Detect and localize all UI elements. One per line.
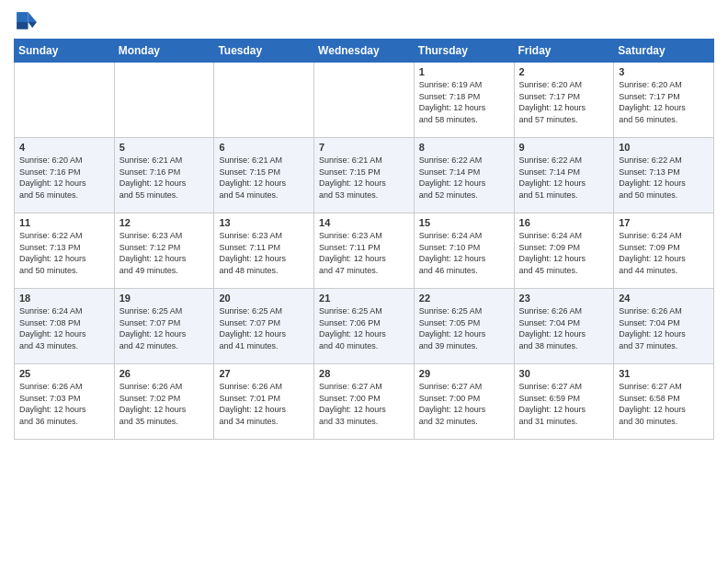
day-info: Sunrise: 6:26 AM Sunset: 7:03 PM Dayligh… — [19, 381, 109, 427]
week-row-3: 11Sunrise: 6:22 AM Sunset: 7:13 PM Dayli… — [15, 213, 714, 289]
week-row-2: 4Sunrise: 6:20 AM Sunset: 7:16 PM Daylig… — [15, 138, 714, 213]
day-number: 12 — [119, 217, 210, 228]
day-info: Sunrise: 6:24 AM Sunset: 7:08 PM Dayligh… — [19, 305, 109, 351]
calendar-cell: 20Sunrise: 6:25 AM Sunset: 7:07 PM Dayli… — [214, 289, 314, 364]
day-info: Sunrise: 6:27 AM Sunset: 7:00 PM Dayligh… — [319, 381, 409, 427]
day-number: 1 — [419, 66, 509, 77]
calendar-cell — [314, 63, 415, 138]
calendar-cell: 26Sunrise: 6:26 AM Sunset: 7:02 PM Dayli… — [114, 364, 214, 440]
day-info: Sunrise: 6:22 AM Sunset: 7:14 PM Dayligh… — [419, 155, 509, 201]
day-header-sunday: Sunday — [15, 40, 115, 63]
calendar-cell: 4Sunrise: 6:20 AM Sunset: 7:16 PM Daylig… — [15, 138, 115, 213]
day-info: Sunrise: 6:26 AM Sunset: 7:04 PM Dayligh… — [619, 305, 709, 351]
calendar-cell: 8Sunrise: 6:22 AM Sunset: 7:14 PM Daylig… — [414, 138, 514, 213]
day-header-thursday: Thursday — [414, 40, 514, 63]
day-number: 19 — [119, 293, 210, 304]
week-row-4: 18Sunrise: 6:24 AM Sunset: 7:08 PM Dayli… — [15, 289, 714, 364]
calendar-cell: 15Sunrise: 6:24 AM Sunset: 7:10 PM Dayli… — [414, 213, 514, 289]
calendar-table: SundayMondayTuesdayWednesdayThursdayFrid… — [14, 39, 714, 440]
calendar-cell: 3Sunrise: 6:20 AM Sunset: 7:17 PM Daylig… — [614, 63, 714, 138]
day-number: 31 — [619, 368, 709, 379]
day-number: 5 — [119, 142, 210, 153]
calendar-cell: 1Sunrise: 6:19 AM Sunset: 7:18 PM Daylig… — [414, 63, 514, 138]
day-info: Sunrise: 6:20 AM Sunset: 7:17 PM Dayligh… — [619, 79, 709, 125]
day-number: 2 — [519, 66, 609, 77]
day-number: 23 — [519, 293, 609, 304]
day-number: 10 — [619, 142, 709, 153]
day-number: 25 — [19, 368, 109, 379]
day-number: 26 — [119, 368, 210, 379]
day-info: Sunrise: 6:24 AM Sunset: 7:09 PM Dayligh… — [619, 230, 709, 276]
page-container: SundayMondayTuesdayWednesdayThursdayFrid… — [0, 0, 728, 447]
day-number: 30 — [519, 368, 609, 379]
calendar-header-row: SundayMondayTuesdayWednesdayThursdayFrid… — [15, 40, 714, 63]
calendar-cell: 18Sunrise: 6:24 AM Sunset: 7:08 PM Dayli… — [15, 289, 115, 364]
day-info: Sunrise: 6:23 AM Sunset: 7:11 PM Dayligh… — [219, 230, 309, 276]
day-number: 24 — [619, 293, 709, 304]
day-number: 6 — [219, 142, 309, 153]
calendar-cell: 10Sunrise: 6:22 AM Sunset: 7:13 PM Dayli… — [614, 138, 714, 213]
day-number: 7 — [319, 142, 409, 153]
day-info: Sunrise: 6:26 AM Sunset: 7:01 PM Dayligh… — [219, 381, 309, 427]
svg-marker-0 — [28, 12, 37, 22]
day-info: Sunrise: 6:24 AM Sunset: 7:09 PM Dayligh… — [519, 230, 609, 276]
day-number: 4 — [19, 142, 109, 153]
calendar-cell: 31Sunrise: 6:27 AM Sunset: 6:58 PM Dayli… — [614, 364, 714, 440]
calendar-cell — [214, 63, 314, 138]
day-info: Sunrise: 6:24 AM Sunset: 7:10 PM Dayligh… — [419, 230, 509, 276]
day-info: Sunrise: 6:25 AM Sunset: 7:07 PM Dayligh… — [119, 305, 210, 351]
calendar-cell: 22Sunrise: 6:25 AM Sunset: 7:05 PM Dayli… — [414, 289, 514, 364]
calendar-cell: 21Sunrise: 6:25 AM Sunset: 7:06 PM Dayli… — [314, 289, 415, 364]
day-number: 14 — [319, 217, 409, 228]
day-info: Sunrise: 6:27 AM Sunset: 7:00 PM Dayligh… — [419, 381, 509, 427]
calendar-cell: 25Sunrise: 6:26 AM Sunset: 7:03 PM Dayli… — [15, 364, 115, 440]
day-header-tuesday: Tuesday — [214, 40, 314, 63]
day-info: Sunrise: 6:25 AM Sunset: 7:07 PM Dayligh… — [219, 305, 309, 351]
day-info: Sunrise: 6:27 AM Sunset: 6:59 PM Dayligh… — [519, 381, 609, 427]
day-info: Sunrise: 6:23 AM Sunset: 7:12 PM Dayligh… — [119, 230, 210, 276]
day-header-saturday: Saturday — [614, 40, 714, 63]
calendar-cell: 6Sunrise: 6:21 AM Sunset: 7:15 PM Daylig… — [214, 138, 314, 213]
day-number: 8 — [419, 142, 509, 153]
calendar-cell — [114, 63, 214, 138]
day-number: 22 — [419, 293, 509, 304]
calendar-cell: 28Sunrise: 6:27 AM Sunset: 7:00 PM Dayli… — [314, 364, 415, 440]
day-info: Sunrise: 6:26 AM Sunset: 7:04 PM Dayligh… — [519, 305, 609, 351]
day-number: 11 — [19, 217, 109, 228]
day-info: Sunrise: 6:27 AM Sunset: 6:58 PM Dayligh… — [619, 381, 709, 427]
day-info: Sunrise: 6:19 AM Sunset: 7:18 PM Dayligh… — [419, 79, 509, 125]
calendar-cell: 17Sunrise: 6:24 AM Sunset: 7:09 PM Dayli… — [614, 213, 714, 289]
day-number: 15 — [419, 217, 509, 228]
calendar-cell: 27Sunrise: 6:26 AM Sunset: 7:01 PM Dayli… — [214, 364, 314, 440]
calendar-cell: 16Sunrise: 6:24 AM Sunset: 7:09 PM Dayli… — [514, 213, 614, 289]
day-number: 13 — [219, 217, 309, 228]
day-header-friday: Friday — [514, 40, 614, 63]
day-number: 20 — [219, 293, 309, 304]
day-info: Sunrise: 6:21 AM Sunset: 7:15 PM Dayligh… — [219, 155, 309, 201]
day-info: Sunrise: 6:21 AM Sunset: 7:16 PM Dayligh… — [119, 155, 210, 201]
day-info: Sunrise: 6:26 AM Sunset: 7:02 PM Dayligh… — [119, 381, 210, 427]
calendar-cell: 7Sunrise: 6:21 AM Sunset: 7:15 PM Daylig… — [314, 138, 415, 213]
week-row-5: 25Sunrise: 6:26 AM Sunset: 7:03 PM Dayli… — [15, 364, 714, 440]
header — [14, 9, 714, 35]
calendar-cell: 13Sunrise: 6:23 AM Sunset: 7:11 PM Dayli… — [214, 213, 314, 289]
calendar-cell — [15, 63, 115, 138]
calendar-cell: 24Sunrise: 6:26 AM Sunset: 7:04 PM Dayli… — [614, 289, 714, 364]
day-number: 28 — [319, 368, 409, 379]
calendar-cell: 11Sunrise: 6:22 AM Sunset: 7:13 PM Dayli… — [15, 213, 115, 289]
day-header-wednesday: Wednesday — [314, 40, 415, 63]
day-number: 27 — [219, 368, 309, 379]
day-number: 21 — [319, 293, 409, 304]
day-number: 16 — [519, 217, 609, 228]
svg-marker-1 — [28, 22, 37, 28]
calendar-cell: 5Sunrise: 6:21 AM Sunset: 7:16 PM Daylig… — [114, 138, 214, 213]
day-number: 29 — [419, 368, 509, 379]
calendar-cell: 2Sunrise: 6:20 AM Sunset: 7:17 PM Daylig… — [514, 63, 614, 138]
day-info: Sunrise: 6:21 AM Sunset: 7:15 PM Dayligh… — [319, 155, 409, 201]
calendar-cell: 29Sunrise: 6:27 AM Sunset: 7:00 PM Dayli… — [414, 364, 514, 440]
logo — [14, 9, 43, 35]
day-number: 18 — [19, 293, 109, 304]
calendar-cell: 14Sunrise: 6:23 AM Sunset: 7:11 PM Dayli… — [314, 213, 415, 289]
day-info: Sunrise: 6:23 AM Sunset: 7:11 PM Dayligh… — [319, 230, 409, 276]
day-header-monday: Monday — [114, 40, 214, 63]
